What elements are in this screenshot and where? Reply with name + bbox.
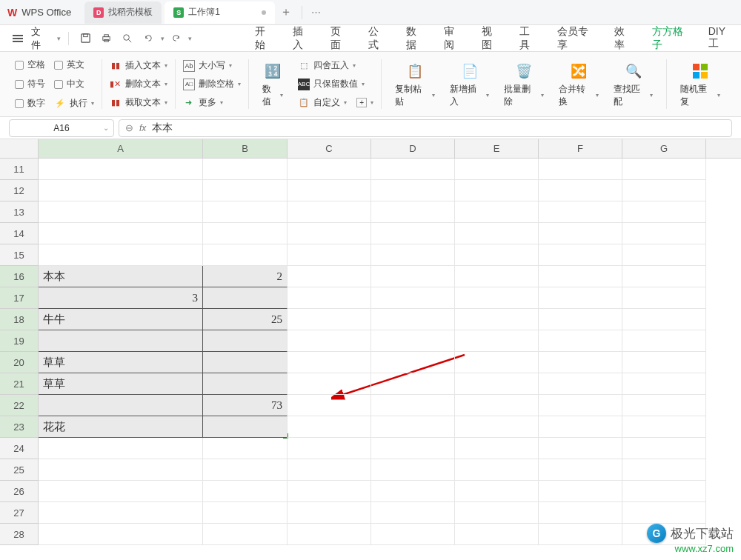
cell-F16[interactable] <box>539 266 622 287</box>
cell-C28[interactable] <box>288 524 371 545</box>
cell-C12[interactable] <box>288 180 371 201</box>
cell-F23[interactable] <box>539 416 622 438</box>
cell-D13[interactable] <box>371 201 455 223</box>
cell-B22[interactable]: 73 <box>203 395 288 416</box>
check-space[interactable]: 空格 <box>15 57 45 73</box>
col-header-D[interactable]: D <box>371 139 455 158</box>
tab-diy[interactable]: DIY工 <box>700 21 741 56</box>
cell-E28[interactable] <box>455 524 539 545</box>
tab-ffgz[interactable]: 方方格子 <box>644 21 697 56</box>
cell-A25[interactable] <box>39 459 203 481</box>
cell-G26[interactable] <box>622 481 706 502</box>
col-header-F[interactable]: F <box>539 139 622 158</box>
check-english[interactable]: 英文 <box>54 57 84 73</box>
cell-A24[interactable] <box>39 438 203 459</box>
cell-E23[interactable] <box>455 416 539 438</box>
tab-efficiency[interactable]: 效率 <box>606 21 641 56</box>
row-header-15[interactable]: 15 <box>0 244 39 266</box>
print-preview-button[interactable] <box>119 29 136 48</box>
cell-B26[interactable] <box>203 481 288 502</box>
col-header-C[interactable]: C <box>288 139 371 158</box>
tab-formula[interactable]: 公式 <box>360 21 395 56</box>
cell-F15[interactable] <box>539 244 622 266</box>
save-button[interactable] <box>76 29 94 48</box>
cell-B27[interactable] <box>203 502 288 524</box>
row-header-11[interactable]: 11 <box>0 159 39 180</box>
tab-member[interactable]: 会员专享 <box>549 21 602 56</box>
insert-new-button[interactable]: 📄新增插入▾ <box>444 58 496 110</box>
row-header-14[interactable]: 14 <box>0 223 39 244</box>
cell-G22[interactable] <box>622 395 706 416</box>
cell-F25[interactable] <box>539 459 622 481</box>
cell-D23[interactable] <box>371 416 455 438</box>
formula-input[interactable] <box>152 122 725 134</box>
cell-A16[interactable]: 本本 <box>39 266 203 287</box>
row-header-20[interactable]: 20 <box>0 352 39 373</box>
cell-G14[interactable] <box>622 223 706 244</box>
cell-B28[interactable] <box>203 524 288 545</box>
col-header-G[interactable]: G <box>622 139 706 158</box>
cell-G13[interactable] <box>622 201 706 223</box>
round-button[interactable]: ⬚四舍五入▾ <box>298 58 373 73</box>
cell-D18[interactable] <box>371 309 455 330</box>
tab-view[interactable]: 视图 <box>473 21 508 56</box>
cell-C27[interactable] <box>288 502 371 524</box>
cell-E19[interactable] <box>455 330 539 352</box>
cell-B19[interactable] <box>203 330 288 352</box>
cell-D21[interactable] <box>371 373 455 395</box>
row-header-27[interactable]: 27 <box>0 502 39 524</box>
batch-delete-button[interactable]: 🗑️批量删除▾ <box>498 58 550 110</box>
tab-insert[interactable]: 插入 <box>285 21 319 56</box>
tab-tools[interactable]: 工具 <box>511 21 546 56</box>
cell-C14[interactable] <box>288 223 371 244</box>
cell-F26[interactable] <box>539 481 622 502</box>
cell-A26[interactable] <box>39 481 203 502</box>
extract-text-button[interactable]: ▮▮截取文本▾ <box>110 95 167 110</box>
cell-B15[interactable] <box>203 244 288 266</box>
cell-D25[interactable] <box>371 459 455 481</box>
cell-C11[interactable] <box>288 159 371 180</box>
select-all-corner[interactable] <box>0 139 39 158</box>
tab-data[interactable]: 数据 <box>398 21 433 56</box>
cell-F24[interactable] <box>539 438 622 459</box>
cell-G11[interactable] <box>622 159 706 180</box>
cell-F19[interactable] <box>539 330 622 352</box>
cell-F28[interactable] <box>539 524 622 545</box>
cell-G15[interactable] <box>622 244 706 266</box>
cell-E12[interactable] <box>455 180 539 201</box>
cell-F27[interactable] <box>539 502 622 524</box>
cell-B20[interactable] <box>203 352 288 373</box>
custom-button[interactable]: 📋自定义▾ +▾ <box>298 95 373 110</box>
cell-A11[interactable] <box>39 159 203 180</box>
cell-C26[interactable] <box>288 481 371 502</box>
plus-button[interactable]: + <box>356 98 367 107</box>
cell-F14[interactable] <box>539 223 622 244</box>
random-repeat-button[interactable]: 随机重复▾ <box>674 58 726 110</box>
more-tabs-icon[interactable]: ⋯ <box>311 7 321 18</box>
hamburger-menu-button[interactable] <box>9 29 27 48</box>
print-button[interactable] <box>97 29 115 48</box>
cell-F22[interactable] <box>539 395 622 416</box>
cell-E17[interactable] <box>455 287 539 309</box>
cell-F17[interactable] <box>539 287 622 309</box>
cell-G19[interactable] <box>622 330 706 352</box>
cell-C13[interactable] <box>288 201 371 223</box>
cells-area[interactable]: 本本23牛牛25草草草草73花花 <box>39 159 741 545</box>
col-header-A[interactable]: A <box>39 139 203 158</box>
more-button[interactable]: ➜更多▾ <box>183 95 241 110</box>
cell-A22[interactable] <box>39 395 203 416</box>
check-symbol[interactable]: 符号 <box>15 76 45 93</box>
cell-E16[interactable] <box>455 266 539 287</box>
cell-A19[interactable] <box>39 330 203 352</box>
number-button[interactable]: 🔢 数值▾ <box>256 58 289 110</box>
cell-E20[interactable] <box>455 352 539 373</box>
cell-C24[interactable] <box>288 438 371 459</box>
undo-button[interactable] <box>139 29 157 48</box>
col-header-B[interactable]: B <box>203 139 288 158</box>
cell-C17[interactable] <box>288 287 371 309</box>
row-header-13[interactable]: 13 <box>0 201 39 223</box>
cell-E27[interactable] <box>455 502 539 524</box>
cell-B13[interactable] <box>203 201 288 223</box>
cell-G23[interactable] <box>622 416 706 438</box>
cell-F13[interactable] <box>539 201 622 223</box>
